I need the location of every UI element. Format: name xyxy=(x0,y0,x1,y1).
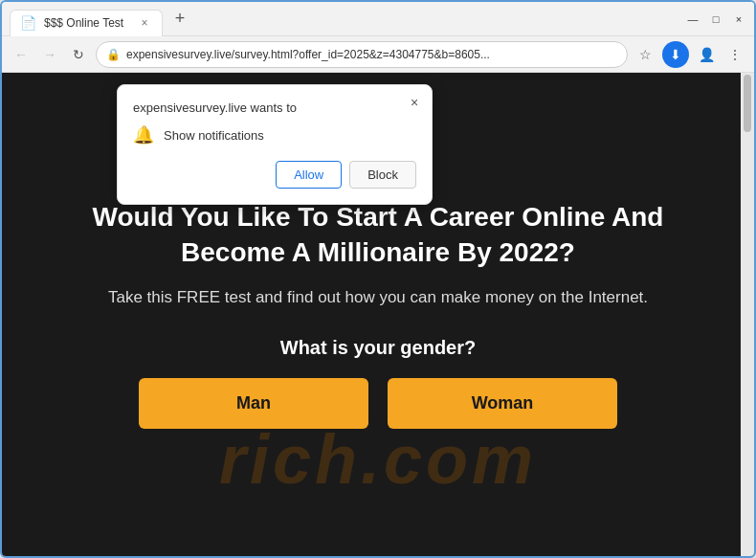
gender-buttons: Man Woman xyxy=(72,378,684,429)
page-content: rich.com expensivesurvey.live wants to ×… xyxy=(2,73,754,556)
lock-icon: 🔒 xyxy=(106,48,121,61)
gender-question: What is your gender? xyxy=(72,337,684,359)
headline: Would You Like To Start A Career Online … xyxy=(72,200,684,270)
scrollbar-thumb xyxy=(744,75,751,132)
notification-label: Show notifications xyxy=(164,128,264,143)
active-tab[interactable]: 📄 $$$ Online Test × xyxy=(10,10,163,36)
bookmark-button[interactable]: ☆ xyxy=(634,43,656,66)
back-button[interactable]: ← xyxy=(10,43,33,66)
bell-icon: 🔔 xyxy=(133,124,154,145)
minimize-button[interactable]: — xyxy=(685,11,700,27)
address-input[interactable]: 🔒 expensivesurvey.live/survey.html?offer… xyxy=(96,41,628,68)
profile-button[interactable]: 👤 xyxy=(695,43,718,66)
tab-icon: 📄 xyxy=(20,15,36,31)
woman-button[interactable]: Woman xyxy=(388,378,617,429)
close-window-button[interactable]: × xyxy=(731,11,746,27)
man-button[interactable]: Man xyxy=(139,378,368,429)
window-controls: — □ × xyxy=(685,11,746,27)
subtext: Take this FREE test and find out how you… xyxy=(72,285,684,310)
download-indicator[interactable]: ⬇ xyxy=(662,41,689,68)
scrollbar[interactable] xyxy=(741,73,754,556)
new-tab-button[interactable]: + xyxy=(167,6,193,33)
maximize-button[interactable]: □ xyxy=(708,11,723,27)
reload-button[interactable]: ↻ xyxy=(67,43,90,66)
tab-bar: 📄 $$$ Online Test × + xyxy=(10,2,674,35)
popup-title: expensivesurvey.live wants to xyxy=(133,100,416,115)
menu-button[interactable]: ⋮ xyxy=(723,43,746,66)
popup-buttons: Allow Block xyxy=(133,161,416,189)
allow-button[interactable]: Allow xyxy=(276,161,342,189)
address-bar: ← → ↻ 🔒 expensivesurvey.live/survey.html… xyxy=(2,36,754,73)
block-button[interactable]: Block xyxy=(349,161,416,189)
tab-title: $$$ Online Test xyxy=(44,16,123,30)
tab-close-button[interactable]: × xyxy=(137,15,152,31)
notification-popup: expensivesurvey.live wants to × 🔔 Show n… xyxy=(117,84,433,205)
forward-button[interactable]: → xyxy=(38,43,61,66)
url-text: expensivesurvey.live/survey.html?offer_i… xyxy=(126,48,617,61)
title-bar: 📄 $$$ Online Test × + — □ × xyxy=(2,2,754,36)
page-inner: Would You Like To Start A Career Online … xyxy=(53,181,703,447)
browser-window: 📄 $$$ Online Test × + — □ × ← → ↻ 🔒 expe… xyxy=(0,0,756,558)
popup-notification-row: 🔔 Show notifications xyxy=(133,124,416,145)
popup-close-button[interactable]: × xyxy=(405,93,424,112)
